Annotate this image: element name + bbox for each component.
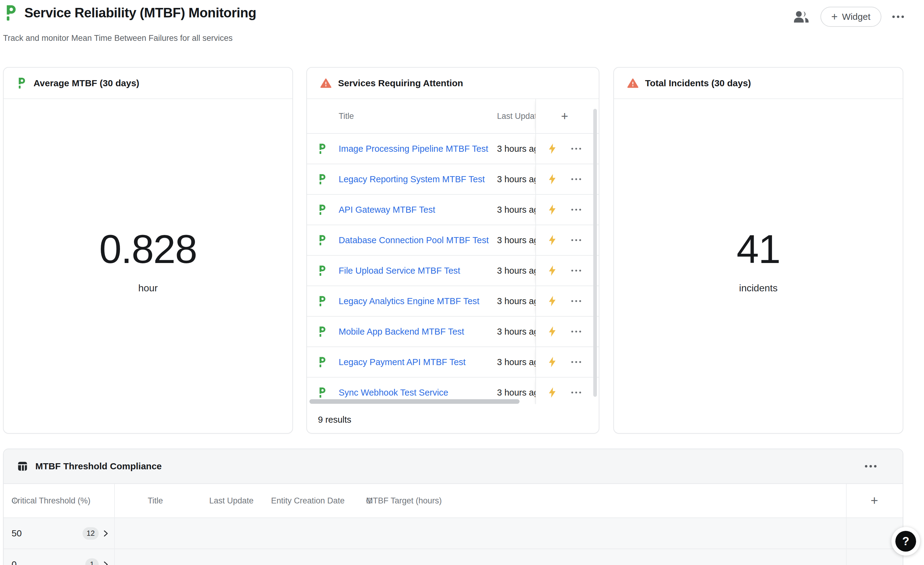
entity-link[interactable]: Legacy Analytics Engine MTBF Test [339, 286, 479, 316]
entity-link[interactable]: Database Connection Pool MTBF Test [339, 225, 489, 255]
chevron-right-icon[interactable] [104, 530, 108, 537]
column-header-last-update[interactable]: Last Update [497, 99, 536, 133]
table-row: Image Processing Pipeline MTBF Test 3 ho… [307, 134, 599, 164]
help-button[interactable]: ? [891, 527, 920, 556]
port-entity-icon [318, 174, 327, 185]
metric-unit: hour [138, 282, 158, 294]
info-icon[interactable] [366, 484, 372, 517]
column-label: Critical Threshold (%) [12, 484, 90, 517]
compliance-column-headers: Critical Threshold (%) Title Last Update… [4, 484, 903, 518]
port-entity-icon [318, 204, 327, 215]
last-update-cell: 3 hours ago [497, 164, 536, 194]
group-row[interactable]: 0 1 [4, 549, 903, 565]
bolt-icon[interactable] [548, 357, 556, 367]
card-body: 41 incidents [614, 99, 903, 433]
card-total-incidents: Total Incidents (30 days) 41 incidents [614, 67, 903, 434]
bolt-icon[interactable] [548, 144, 556, 154]
card-header: Total Incidents (30 days) [614, 68, 903, 99]
metric-value: 41 [737, 226, 780, 272]
table-row: API Gateway MTBF Test 3 hours ago [307, 195, 599, 225]
add-column-icon[interactable]: + [561, 110, 568, 122]
card-body: 0.828 hour [4, 99, 292, 433]
last-update-cell: 3 hours ago [497, 256, 536, 286]
bolt-icon[interactable] [548, 174, 556, 184]
column-title[interactable]: Title [148, 484, 163, 517]
row-menu-icon[interactable] [572, 361, 581, 363]
table-row: File Upload Service MTBF Test 3 hours ag… [307, 256, 599, 286]
entity-link[interactable]: API Gateway MTBF Test [339, 195, 435, 225]
column-header-title[interactable]: Title [339, 99, 354, 133]
table-row: Legacy Reporting System MTBF Test 3 hour… [307, 164, 599, 195]
warning-icon [627, 78, 638, 88]
row-actions [536, 134, 593, 164]
bolt-icon[interactable] [548, 326, 556, 337]
metric-value: 0.828 [99, 226, 197, 272]
add-column-cell: + [536, 99, 593, 133]
row-menu-icon[interactable] [572, 239, 581, 241]
port-logo-icon [4, 5, 18, 21]
add-widget-button[interactable]: + Widget [820, 7, 881, 27]
row-actions [536, 317, 593, 347]
page-header: Service Reliability (MTBF) Monitoring [4, 5, 256, 21]
info-icon[interactable] [12, 484, 18, 517]
row-menu-icon[interactable] [572, 209, 581, 210]
page-menu-icon[interactable] [892, 15, 904, 18]
column-label: MTBF Target (hours) [366, 484, 442, 517]
table-row: Legacy Payment API MTBF Test 3 hours ago [307, 347, 599, 377]
entity-link[interactable]: Legacy Reporting System MTBF Test [339, 164, 485, 194]
port-entity-icon [318, 357, 327, 368]
entity-link[interactable]: Image Processing Pipeline MTBF Test [339, 134, 488, 164]
card-average-mtbf: Average MTBF (30 days) 0.828 hour [3, 67, 293, 434]
bolt-icon[interactable] [548, 235, 556, 245]
entity-link[interactable]: File Upload Service MTBF Test [339, 256, 460, 286]
bolt-icon[interactable] [548, 266, 556, 276]
row-menu-icon[interactable] [572, 270, 581, 272]
card-header: Services Requiring Attention [307, 68, 599, 99]
compliance-group-rows: 50 12 0 1 [4, 518, 903, 565]
row-actions [536, 225, 593, 255]
row-menu-icon[interactable] [572, 148, 581, 150]
vertical-scrollbar[interactable] [593, 109, 597, 397]
attention-table-header: Title Last Update + [307, 99, 599, 134]
table-row: Mobile App Backend MTBF Test 3 hours ago [307, 317, 599, 347]
card-header: Average MTBF (30 days) [4, 68, 292, 99]
row-menu-icon[interactable] [572, 331, 581, 332]
add-column-icon[interactable]: + [846, 484, 903, 517]
group-controls: 12 [4, 518, 114, 548]
chevron-right-icon[interactable] [104, 561, 108, 565]
entity-link[interactable]: Legacy Payment API MTBF Test [339, 347, 466, 377]
row-menu-icon[interactable] [572, 392, 581, 394]
horizontal-scrollbar[interactable] [309, 399, 519, 404]
column-last-update[interactable]: Last Update [209, 484, 254, 517]
table-icon [18, 461, 27, 471]
last-update-cell: 3 hours ago [497, 134, 536, 164]
column-entity-creation-date[interactable]: Entity Creation Date [271, 484, 345, 517]
port-entity-icon [318, 296, 327, 307]
widget-title: MTBF Threshold Compliance [35, 461, 162, 472]
card-title: Average MTBF (30 days) [33, 78, 139, 89]
row-menu-icon[interactable] [572, 300, 581, 302]
page-title: Service Reliability (MTBF) Monitoring [24, 5, 256, 20]
warning-icon [320, 78, 332, 88]
last-update-cell: 3 hours ago [497, 225, 536, 255]
header-actions: + Widget [793, 7, 904, 27]
bolt-icon[interactable] [548, 387, 556, 398]
card-title: Total Incidents (30 days) [645, 78, 751, 89]
group-row[interactable]: 50 12 [4, 518, 903, 549]
port-entity-icon [318, 266, 327, 276]
table-row: Legacy Analytics Engine MTBF Test 3 hour… [307, 286, 599, 317]
entity-link[interactable]: Mobile App Backend MTBF Test [339, 317, 464, 347]
bolt-icon[interactable] [548, 296, 556, 306]
question-mark-icon: ? [896, 531, 916, 551]
results-count: 9 results [318, 406, 351, 433]
last-update-cell: 3 hours ago [497, 286, 536, 316]
mtbf-threshold-compliance-widget: MTBF Threshold Compliance Critical Thres… [3, 449, 903, 565]
add-widget-label: Widget [842, 12, 870, 22]
group-count-badge: 12 [82, 527, 99, 540]
bolt-icon[interactable] [548, 204, 556, 215]
port-entity-icon [17, 77, 27, 89]
row-menu-icon[interactable] [572, 178, 581, 180]
group-controls: 1 [4, 549, 114, 565]
widget-menu-icon[interactable] [865, 465, 876, 467]
people-icon[interactable] [793, 11, 810, 23]
